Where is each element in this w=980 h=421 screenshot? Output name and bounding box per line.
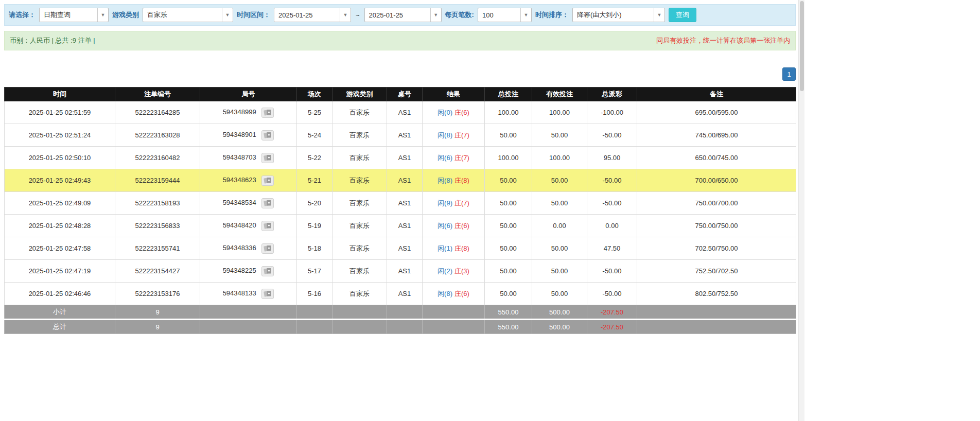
table-row: 2025-01-25 02:49:43 522223159444 5943486…	[5, 169, 796, 192]
table-row: 2025-01-25 02:49:09 522223158193 5943485…	[5, 192, 796, 215]
game-type-label: 游戏类别	[112, 10, 139, 20]
chevron-down-icon[interactable]: ▼	[97, 8, 108, 22]
table-row: 2025-01-25 02:51:59 522223164285 5943489…	[5, 101, 796, 124]
vertical-scrollbar[interactable]	[798, 0, 804, 421]
cell-valid-bet: 50.00	[532, 124, 587, 147]
cell-total-bet-link[interactable]: 50.00	[485, 192, 532, 215]
round-replay-icon[interactable]	[261, 243, 274, 254]
cell-result: 闲(8)庄(7)	[423, 124, 485, 147]
date-to-dropdown[interactable]: 2025-01-25 ▼	[364, 8, 442, 22]
sort-label: 时间排序：	[535, 10, 569, 20]
table-row: 2025-01-25 02:47:58 522223155741 5943483…	[5, 237, 796, 260]
cell-table-no: AS1	[387, 237, 423, 260]
cell-table-no: AS1	[387, 147, 423, 169]
chevron-down-icon[interactable]: ▼	[430, 8, 441, 22]
date-from-dropdown[interactable]: 2025-01-25 ▼	[274, 8, 351, 22]
cell-game-type: 百家乐	[332, 192, 387, 215]
cell-total-bet-link[interactable]: 50.00	[485, 215, 532, 237]
round-replay-icon[interactable]	[261, 289, 274, 299]
date-to-value: 2025-01-25	[365, 8, 430, 22]
cell-session: 5-17	[297, 260, 332, 283]
cell-bet-id: 522223158193	[115, 192, 200, 215]
total-valid-bet: 500.00	[532, 320, 587, 334]
cell-game-type: 百家乐	[332, 215, 387, 237]
page-button-1[interactable]: 1	[782, 67, 796, 81]
round-replay-icon[interactable]	[261, 108, 274, 118]
cell-total-bet-link[interactable]: 50.00	[485, 237, 532, 260]
result-player: 闲(6)	[437, 222, 452, 230]
page-container: 请选择： 日期查询 ▼ 游戏类别 百家乐 ▼ 时间区间： 2025-01-25 …	[0, 0, 800, 338]
cell-bet-id: 522223160482	[115, 147, 200, 169]
pagination: 1	[4, 67, 796, 81]
cell-session: 5-24	[297, 124, 332, 147]
round-id-text: 594348901	[223, 131, 256, 138]
cell-total-bet-link[interactable]: 50.00	[485, 169, 532, 192]
table-row: 2025-01-25 02:50:10 522223160482 5943487…	[5, 147, 796, 169]
table-header: 时间 注单编号 局号 场次 游戏类别 桌号 结果 总投注 有效投注 总派彩 备注	[5, 87, 796, 101]
cell-valid-bet: 50.00	[532, 237, 587, 260]
page-size-dropdown[interactable]: 100 ▼	[478, 8, 532, 22]
info-bar: 币别：人民币 | 总共 :9 注单 | 同局有效投注，统一计算在该局第一张注单内	[4, 31, 796, 50]
query-type-dropdown[interactable]: 日期查询 ▼	[39, 8, 109, 22]
result-player: 闲(9)	[437, 199, 452, 207]
cell-bet-id: 522223154427	[115, 260, 200, 283]
result-player: 闲(8)	[437, 177, 452, 184]
result-player: 闲(2)	[437, 267, 452, 275]
game-type-dropdown[interactable]: 百家乐 ▼	[143, 8, 233, 22]
chevron-down-icon[interactable]: ▼	[222, 8, 233, 22]
cell-round-id: 594348901	[200, 124, 297, 147]
cell-bet-id: 522223153176	[115, 283, 200, 305]
round-id-text: 594348703	[223, 153, 256, 161]
cell-bet-id: 522223164285	[115, 101, 200, 124]
settlement-notice-text: 同局有效投注，统一计算在该局第一张注单内	[656, 36, 790, 45]
cell-valid-bet: 50.00	[532, 169, 587, 192]
cell-remark: 745.00/695.00	[637, 124, 796, 147]
header-round-id: 局号	[200, 87, 297, 101]
cell-session: 5-19	[297, 215, 332, 237]
sort-dropdown[interactable]: 降幂(由大到小) ▼	[572, 8, 665, 22]
total-label: 总计	[5, 320, 115, 334]
cell-session: 5-25	[297, 101, 332, 124]
result-player: 闲(6)	[437, 154, 452, 162]
cell-result: 闲(2)庄(3)	[423, 260, 485, 283]
round-replay-icon[interactable]	[261, 266, 274, 276]
cell-total-bet-link[interactable]: 50.00	[485, 124, 532, 147]
cell-remark: 702.50/750.00	[637, 237, 796, 260]
table-row: 2025-01-25 02:46:46 522223153176 5943481…	[5, 283, 796, 305]
cell-session: 5-21	[297, 169, 332, 192]
chevron-down-icon[interactable]: ▼	[654, 8, 664, 22]
date-from-value: 2025-01-25	[274, 8, 340, 22]
cell-remark: 752.50/702.50	[637, 260, 796, 283]
scrollbar-thumb[interactable]	[800, 1, 804, 91]
result-banker: 庄(8)	[454, 244, 469, 252]
cell-total-bet-link[interactable]: 100.00	[485, 101, 532, 124]
result-banker: 庄(8)	[454, 177, 469, 184]
cell-round-id: 594348623	[200, 169, 297, 192]
cell-payout: 0.00	[587, 215, 637, 237]
cell-session: 5-20	[297, 192, 332, 215]
cell-result: 闲(6)庄(7)	[423, 147, 485, 169]
round-replay-icon[interactable]	[261, 221, 274, 231]
round-replay-icon[interactable]	[261, 153, 274, 163]
cell-time: 2025-01-25 02:47:19	[5, 260, 115, 283]
chevron-down-icon[interactable]: ▼	[520, 8, 531, 22]
cell-bet-id: 522223163028	[115, 124, 200, 147]
round-id-text: 594348225	[223, 267, 256, 274]
round-replay-icon[interactable]	[261, 130, 274, 141]
cell-total-bet-link[interactable]: 100.00	[485, 147, 532, 169]
header-game-type: 游戏类别	[332, 87, 387, 101]
round-id-text: 594348336	[223, 244, 256, 252]
cell-result: 闲(8)庄(8)	[423, 169, 485, 192]
cell-bet-id: 522223159444	[115, 169, 200, 192]
query-button[interactable]: 查询	[669, 8, 696, 22]
cell-total-bet-link[interactable]: 50.00	[485, 260, 532, 283]
cell-total-bet-link[interactable]: 50.00	[485, 283, 532, 305]
round-replay-icon[interactable]	[261, 176, 274, 186]
cell-valid-bet: 50.00	[532, 260, 587, 283]
result-banker: 庄(6)	[454, 290, 469, 297]
chevron-down-icon[interactable]: ▼	[340, 8, 351, 22]
cell-valid-bet: 100.00	[532, 147, 587, 169]
header-valid-bet: 有效投注	[532, 87, 587, 101]
cell-round-id: 594348999	[200, 101, 297, 124]
round-replay-icon[interactable]	[261, 198, 274, 208]
